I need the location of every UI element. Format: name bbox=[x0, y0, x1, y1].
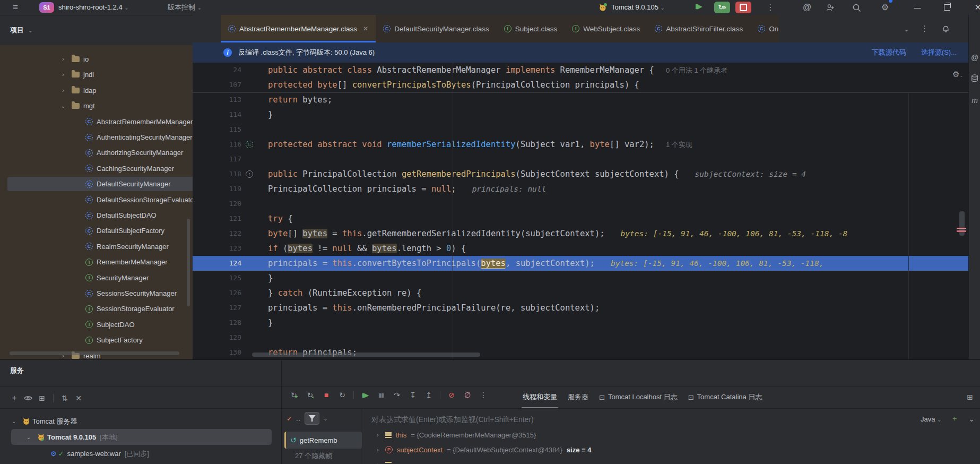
project-tree-item-io[interactable]: ›io bbox=[0, 51, 193, 67]
open-in-new-tab-icon[interactable]: ⊞ bbox=[35, 392, 49, 405]
services-tree-root[interactable]: ⌄ Tomcat 服务器 bbox=[11, 414, 77, 429]
code-vision-usages[interactable]: 1 个实现 bbox=[666, 141, 692, 149]
chevron-collapsed-icon[interactable]: › bbox=[375, 462, 381, 464]
code-line-120[interactable]: 120 bbox=[193, 196, 968, 211]
stop-button[interactable] bbox=[735, 2, 751, 13]
chevron-collapsed-icon[interactable]: › bbox=[60, 56, 66, 62]
eval-language-selector[interactable]: Java ⌄ bbox=[921, 413, 941, 426]
line-number[interactable]: 115 bbox=[193, 122, 241, 137]
frames-check-icon[interactable]: ✓ bbox=[287, 415, 292, 423]
debugger-tab--[interactable]: 服务器 bbox=[562, 386, 594, 408]
project-tree-item-cachingsecuritymanager[interactable]: CCachingSecurityManager bbox=[0, 161, 193, 176]
line-number[interactable]: 107 bbox=[193, 78, 241, 92]
project-tree-item-sessionssecuritymanager[interactable]: CSessionsSecurityManager bbox=[0, 286, 193, 301]
current-frame-row[interactable]: ↺ getRememb bbox=[284, 432, 362, 449]
variable-row-subjectContext[interactable]: ›PsubjectContext= {DefaultWebSubjectCont… bbox=[361, 442, 980, 457]
run-configuration-selector[interactable]: Tomcat 9.0.105 ⌄ bbox=[611, 0, 665, 15]
line-number[interactable]: 121 bbox=[193, 211, 241, 226]
code-line-116[interactable]: 116I↓ protected abstract void rememberSe… bbox=[193, 137, 968, 152]
chevron-down-icon[interactable]: ⌄ bbox=[323, 416, 327, 422]
line-number[interactable]: 119 bbox=[193, 182, 241, 196]
editor-tab-subject-class[interactable]: ISubject.class bbox=[497, 15, 565, 42]
rerun-debug-icon[interactable]: ↻● bbox=[302, 389, 318, 401]
code-line-117[interactable]: 117 bbox=[193, 152, 968, 167]
step-over-icon[interactable]: ↷ bbox=[389, 389, 405, 401]
chevron-expanded-icon[interactable]: ⌄ bbox=[60, 103, 66, 109]
layout-settings-icon[interactable]: ⊞ bbox=[963, 391, 977, 403]
notifications-bell-icon[interactable] bbox=[942, 15, 950, 42]
project-tree-item-defaultsubjectdao[interactable]: CDefaultSubjectDAO bbox=[0, 208, 193, 223]
step-out-icon[interactable]: ↥ bbox=[421, 389, 437, 401]
vcs-widget[interactable]: 版本控制 ⌄ bbox=[168, 0, 202, 15]
line-number[interactable]: 118 bbox=[193, 167, 241, 182]
project-tree-item-ldap[interactable]: ›ldap bbox=[0, 83, 193, 98]
evaluate-expression-input[interactable]: 对表达式求值(Enter)或添加监视(Ctrl+Shift+Enter) bbox=[371, 413, 534, 426]
implements-up-gutter-icon[interactable]: ↑ bbox=[246, 170, 253, 178]
line-number[interactable]: 129 bbox=[193, 330, 241, 345]
stop-icon[interactable]: ■ bbox=[318, 389, 334, 401]
mute-breakpoints-icon[interactable]: ⊘ bbox=[444, 389, 459, 401]
code-line-127[interactable]: 127 principals = this.onRememberedPrinci… bbox=[193, 300, 968, 315]
services-tree-server[interactable]: ⌄ Tomcat 9.0.105 [本地] bbox=[25, 429, 118, 445]
code-line-115[interactable]: 115 bbox=[193, 122, 968, 137]
line-number[interactable]: 128 bbox=[193, 315, 241, 330]
maven-stripe-icon[interactable]: m bbox=[972, 96, 978, 105]
resume-icon[interactable]: ▮▶ bbox=[357, 389, 373, 401]
code-line-128[interactable]: 128 } bbox=[193, 315, 968, 330]
code-line-114[interactable]: 114 } bbox=[193, 107, 968, 122]
restore-icon[interactable] bbox=[938, 0, 956, 15]
code-line-125[interactable]: 125 } bbox=[193, 271, 968, 286]
project-tree-item-authorizingsecuritymanager[interactable]: CAuthorizingSecurityManager bbox=[0, 145, 193, 160]
project-horizontal-scrollbar[interactable] bbox=[10, 351, 179, 355]
add-service-icon[interactable]: + bbox=[7, 392, 21, 405]
project-tree-item-mgt[interactable]: ⌄mgt bbox=[0, 98, 193, 114]
editor-tab-abstractremembermemanager-class[interactable]: CAbstractRememberMeManager.class✕ bbox=[221, 15, 376, 42]
services-tree-artifact[interactable]: ⚙ ✓ samples-web:war [已同步] bbox=[50, 446, 149, 461]
line-number[interactable]: 124 bbox=[193, 256, 241, 271]
project-tree-item-defaultsubjectfactory[interactable]: CDefaultSubjectFactory bbox=[0, 223, 193, 238]
code-line-119[interactable]: 119 PrincipalCollection principals = nul… bbox=[193, 182, 968, 196]
project-tree-item-jndi[interactable]: ›jndi bbox=[0, 67, 193, 82]
settings-icon[interactable]: ⚙ bbox=[879, 0, 891, 15]
download-sources-link[interactable]: 下载源代码 bbox=[872, 48, 906, 57]
editor-settings-gear-icon[interactable]: ⚙⌄ bbox=[951, 67, 964, 83]
hidden-frames-label[interactable]: 27 个隐藏帧 bbox=[295, 451, 332, 461]
code-line-123[interactable]: 123 if (bytes != null && bytes.length > … bbox=[193, 241, 968, 256]
main-menu-icon[interactable]: ≡ bbox=[7, 0, 23, 15]
code-line-118[interactable]: 118↑ public PrincipalCollection getRemem… bbox=[193, 167, 968, 182]
project-tree-item-remembermemanager[interactable]: IRememberMeManager bbox=[0, 254, 193, 270]
line-number[interactable]: 123 bbox=[193, 241, 241, 256]
ai-assistant-stripe-icon[interactable]: @ bbox=[971, 53, 978, 62]
more-icon[interactable]: ⋮ bbox=[475, 389, 491, 401]
line-number[interactable]: 125 bbox=[193, 271, 241, 286]
code-line-122[interactable]: 122 byte[] bytes = this.getRememberedSer… bbox=[193, 226, 968, 241]
close-icon[interactable]: ✕ bbox=[969, 0, 980, 15]
code-with-me-icon[interactable] bbox=[826, 3, 835, 12]
line-number[interactable]: 126 bbox=[193, 286, 241, 300]
code-line-124[interactable]: 124 principals = this.convertBytesToPrin… bbox=[193, 256, 968, 271]
debugger-tab-tomcat-catalina-[interactable]: ⊡Tomcat Catalina 日志 bbox=[683, 386, 768, 408]
ai-assistant-icon[interactable]: @ bbox=[800, 0, 814, 15]
show-options-eye-icon[interactable] bbox=[21, 392, 35, 405]
line-number[interactable]: 120 bbox=[193, 196, 241, 211]
project-tree-item-securitymanager[interactable]: ISecurityManager bbox=[0, 270, 193, 286]
restart-server-button[interactable]: ↻⚙ bbox=[714, 2, 730, 13]
line-number[interactable]: 122 bbox=[193, 226, 241, 241]
project-tree-item-defaultsecuritymanager[interactable]: CDefaultSecurityManager bbox=[0, 176, 193, 192]
code-line-24[interactable]: 24public abstract class AbstractRemember… bbox=[193, 63, 968, 78]
clear-icon[interactable]: ∅ bbox=[459, 389, 475, 401]
line-number[interactable]: 113 bbox=[193, 92, 241, 107]
refresh-icon[interactable]: ↻ bbox=[334, 389, 350, 401]
step-into-icon[interactable]: ↧ bbox=[405, 389, 421, 401]
project-selector[interactable]: shiro-shiro-root-1.2.4 ⌄ bbox=[58, 0, 129, 15]
chevron-collapsed-icon[interactable]: › bbox=[60, 88, 66, 93]
project-tree-item-abstractremembermemanager[interactable]: CAbstractRememberMeManager bbox=[0, 114, 193, 130]
line-number[interactable]: 117 bbox=[193, 152, 241, 167]
database-stripe-icon[interactable] bbox=[971, 74, 978, 82]
variable-row-this[interactable]: ›this= {CookieRememberMeManager@3515} bbox=[361, 427, 980, 442]
line-number[interactable]: 130 bbox=[193, 345, 241, 359]
collapse-all-icon[interactable]: ✕ bbox=[72, 392, 85, 405]
chevron-collapsed-icon[interactable]: › bbox=[60, 72, 66, 78]
search-icon[interactable] bbox=[852, 3, 861, 12]
project-tree-item-defaultsessionstorageevaluator[interactable]: CDefaultSessionStorageEvaluator bbox=[0, 192, 193, 208]
